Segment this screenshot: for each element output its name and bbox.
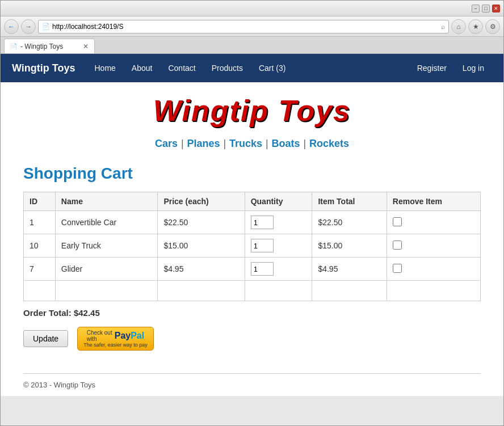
item-remove-cell-1 bbox=[387, 211, 480, 234]
table-row-empty bbox=[24, 281, 481, 301]
item-price-1: $22.50 bbox=[158, 211, 245, 234]
category-trucks[interactable]: Trucks bbox=[229, 138, 262, 149]
empty-cell-4 bbox=[245, 281, 312, 301]
order-total-text: Order Total: $42.45 bbox=[23, 308, 100, 318]
item-total-2: $15.00 bbox=[312, 234, 387, 258]
tab-bar: 📄 - Wingtip Toys ✕ bbox=[1, 37, 503, 54]
order-total: Order Total: $42.45 bbox=[23, 308, 481, 318]
empty-cell-1 bbox=[24, 281, 56, 301]
nav-products[interactable]: Products bbox=[204, 54, 251, 82]
item-qty-cell-2 bbox=[245, 234, 312, 258]
item-name-1: Convertible Car bbox=[55, 211, 158, 234]
empty-cell-2 bbox=[55, 281, 158, 301]
table-row: 10 Early Truck $15.00 $15.00 bbox=[24, 234, 481, 258]
nav-right: Register Log in bbox=[409, 54, 492, 82]
buttons-area: Update Check outwith PayPal The safer, e… bbox=[23, 327, 481, 351]
close-button[interactable]: ✕ bbox=[492, 5, 500, 12]
col-id: ID bbox=[24, 192, 56, 211]
col-price: Price (each) bbox=[158, 192, 245, 211]
sep-3: | bbox=[266, 138, 268, 149]
browser-toolbar: ← → 📄 ⌕ ⌂ ★ ⚙ bbox=[1, 16, 503, 37]
footer: © 2013 - Wingtip Toys bbox=[1, 374, 503, 396]
cart-table: ID Name Price (each) Quantity Item Total… bbox=[23, 192, 481, 301]
category-boats[interactable]: Boats bbox=[272, 138, 300, 149]
nav-login[interactable]: Log in bbox=[455, 54, 492, 82]
item-price-3: $4.95 bbox=[158, 258, 245, 281]
search-icon: ⌕ bbox=[441, 23, 445, 31]
paypal-logo: PayPal bbox=[115, 331, 144, 341]
back-button[interactable]: ← bbox=[4, 19, 19, 34]
item-qty-input-3[interactable] bbox=[251, 262, 274, 276]
minimize-button[interactable]: − bbox=[472, 5, 480, 12]
tab-title: - Wingtip Toys bbox=[20, 43, 63, 50]
address-input[interactable] bbox=[52, 23, 439, 31]
settings-button[interactable]: ⚙ bbox=[485, 19, 500, 34]
category-links: Cars | Planes | Trucks | Boats | Rockets bbox=[1, 133, 503, 159]
table-row: 7 Glider $4.95 $4.95 bbox=[24, 258, 481, 281]
item-id-3: 7 bbox=[24, 258, 56, 281]
title-bar: − □ ✕ bbox=[1, 1, 503, 16]
category-planes[interactable]: Planes bbox=[187, 138, 220, 149]
navbar-brand[interactable]: Wingtip Toys bbox=[12, 62, 75, 74]
nav-cart[interactable]: Cart (3) bbox=[251, 54, 293, 82]
category-cars[interactable]: Cars bbox=[155, 138, 178, 149]
tab-icon: 📄 bbox=[10, 43, 17, 49]
sep-2: | bbox=[223, 138, 226, 149]
table-header-row: ID Name Price (each) Quantity Item Total… bbox=[24, 192, 481, 211]
main-content: Shopping Cart ID Name Price (each) Quant… bbox=[1, 159, 503, 362]
address-bar[interactable]: 📄 ⌕ bbox=[38, 20, 449, 33]
category-rockets[interactable]: Rockets bbox=[309, 138, 349, 149]
item-price-2: $15.00 bbox=[158, 234, 245, 258]
item-qty-input-1[interactable] bbox=[251, 216, 274, 229]
nav-register[interactable]: Register bbox=[409, 54, 455, 82]
tab-close-button[interactable]: ✕ bbox=[83, 43, 89, 50]
hero-title: Wingtip Toys bbox=[1, 94, 503, 128]
page-content: Wingtip Toys Home About Contact Products… bbox=[1, 54, 503, 396]
sep-4: | bbox=[303, 138, 306, 149]
item-remove-checkbox-2[interactable] bbox=[393, 241, 402, 250]
item-name-3: Glider bbox=[55, 258, 158, 281]
paypal-subtext: The safer, easier way to pay bbox=[83, 342, 148, 348]
empty-cell-3 bbox=[158, 281, 245, 301]
item-qty-cell-1 bbox=[245, 211, 312, 234]
paypal-button[interactable]: Check outwith PayPal The safer, easier w… bbox=[77, 327, 154, 351]
item-name-2: Early Truck bbox=[55, 234, 158, 258]
update-button[interactable]: Update bbox=[23, 330, 68, 347]
item-remove-checkbox-3[interactable] bbox=[393, 264, 402, 273]
item-id-1: 1 bbox=[24, 211, 56, 234]
col-name: Name bbox=[55, 192, 158, 211]
empty-cell-6 bbox=[387, 281, 480, 301]
col-total: Item Total bbox=[312, 192, 387, 211]
address-bar-icon: 📄 bbox=[42, 23, 50, 30]
item-remove-cell-3 bbox=[387, 258, 480, 281]
item-qty-input-2[interactable] bbox=[251, 239, 274, 252]
home-button[interactable]: ⌂ bbox=[451, 19, 466, 34]
footer-text: © 2013 - Wingtip Toys bbox=[23, 381, 95, 389]
favorites-button[interactable]: ★ bbox=[468, 19, 483, 34]
sep-1: | bbox=[181, 138, 184, 149]
item-qty-cell-3 bbox=[245, 258, 312, 281]
nav-links: Home About Contact Products Cart (3) bbox=[87, 54, 409, 82]
nav-home[interactable]: Home bbox=[87, 54, 124, 82]
col-qty: Quantity bbox=[245, 192, 312, 211]
item-total-3: $4.95 bbox=[312, 258, 387, 281]
page-heading: Shopping Cart bbox=[23, 165, 481, 183]
forward-button[interactable]: → bbox=[21, 19, 36, 34]
paypal-checkout-text: Check outwith bbox=[87, 330, 112, 342]
active-tab[interactable]: 📄 - Wingtip Toys ✕ bbox=[4, 39, 95, 53]
table-row: 1 Convertible Car $22.50 $22.50 bbox=[24, 211, 481, 234]
maximize-button[interactable]: □ bbox=[482, 5, 490, 12]
hero-section: Wingtip Toys bbox=[1, 82, 503, 133]
item-total-1: $22.50 bbox=[312, 211, 387, 234]
nav-about[interactable]: About bbox=[124, 54, 161, 82]
nav-contact[interactable]: Contact bbox=[160, 54, 203, 82]
navbar: Wingtip Toys Home About Contact Products… bbox=[1, 54, 503, 82]
item-remove-cell-2 bbox=[387, 234, 480, 258]
col-remove: Remove Item bbox=[387, 192, 480, 211]
item-remove-checkbox-1[interactable] bbox=[393, 217, 402, 226]
empty-cell-5 bbox=[312, 281, 387, 301]
item-id-2: 10 bbox=[24, 234, 56, 258]
